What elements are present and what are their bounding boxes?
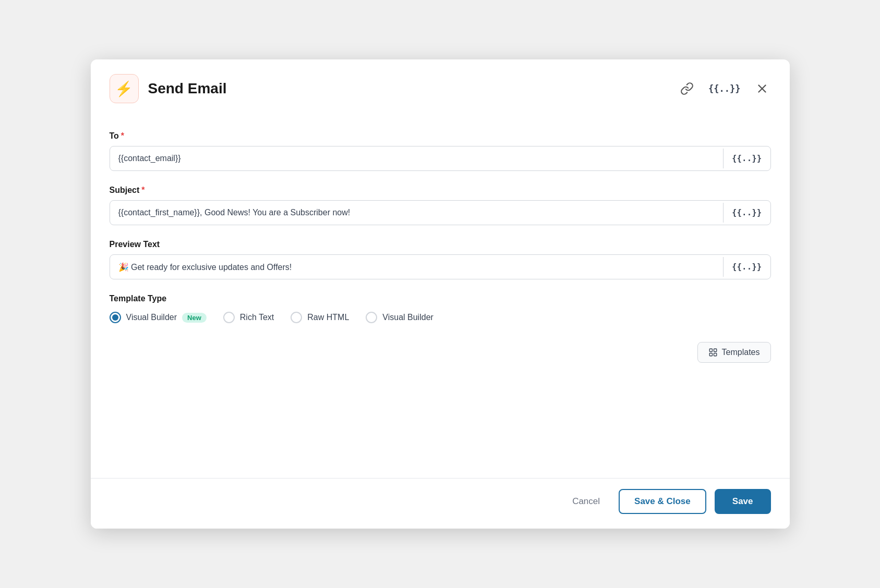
subject-required-star: * — [141, 186, 144, 195]
save-button[interactable]: Save — [715, 489, 771, 514]
svg-rect-4 — [709, 353, 712, 356]
template-type-section: Template Type Visual Builder New Rich Te… — [110, 294, 771, 323]
radio-circle-raw-html — [291, 312, 302, 323]
badge-new: New — [182, 313, 207, 323]
modal-footer: Cancel Save & Close Save — [91, 478, 790, 529]
preview-text-input[interactable] — [110, 255, 724, 279]
templates-button[interactable]: Templates — [697, 342, 771, 363]
subject-variable-button[interactable]: {{..}} — [723, 203, 770, 223]
svg-rect-5 — [714, 353, 716, 356]
cancel-button[interactable]: Cancel — [562, 490, 610, 513]
preview-text-variable-button[interactable]: {{..}} — [723, 257, 770, 277]
to-variable-button[interactable]: {{..}} — [723, 149, 770, 168]
to-input-wrapper: {{..}} — [110, 146, 771, 171]
radio-circle-rich-text — [223, 312, 235, 323]
radio-label-visual-builder-2: Visual Builder — [382, 313, 433, 322]
to-field-group: To * {{..}} — [110, 131, 771, 171]
template-type-label: Template Type — [110, 294, 771, 303]
variable-icon: {{..}} — [708, 83, 740, 94]
svg-rect-2 — [709, 349, 712, 351]
radio-option-visual-builder-2[interactable]: Visual Builder — [366, 312, 433, 323]
preview-text-var-icon: {{..}} — [732, 262, 762, 272]
subject-input[interactable] — [110, 201, 724, 225]
to-label: To * — [110, 131, 771, 141]
subject-label: Subject * — [110, 186, 771, 195]
preview-text-input-wrapper: {{..}} — [110, 254, 771, 279]
modal-body: To * {{..}} Subject * {{..}} — [91, 116, 790, 478]
radio-label-visual-builder: Visual Builder — [126, 313, 177, 322]
close-button[interactable] — [753, 80, 771, 97]
variable-icon-button[interactable]: {{..}} — [706, 81, 742, 96]
radio-option-rich-text[interactable]: Rich Text — [223, 312, 274, 323]
template-type-radio-group: Visual Builder New Rich Text Raw HTML — [110, 312, 771, 323]
modal-header: ⚡ Send Email {{..}} — [91, 59, 790, 116]
templates-area: Templates — [110, 336, 771, 367]
subject-input-wrapper: {{..}} — [110, 200, 771, 225]
send-email-modal: ⚡ Send Email {{..}} — [91, 59, 790, 529]
to-required-star: * — [121, 131, 124, 141]
save-close-button[interactable]: Save & Close — [619, 489, 706, 514]
to-var-icon: {{..}} — [732, 154, 762, 163]
lightning-icon-box: ⚡ — [110, 74, 139, 103]
lightning-icon: ⚡ — [115, 80, 133, 97]
preview-text-field-group: Preview Text {{..}} — [110, 240, 771, 279]
modal-title: Send Email — [148, 80, 679, 97]
svg-rect-3 — [714, 349, 716, 351]
preview-text-label: Preview Text — [110, 240, 771, 249]
subject-field-group: Subject * {{..}} — [110, 186, 771, 225]
radio-label-raw-html: Raw HTML — [307, 313, 349, 322]
radio-circle-visual-builder-2 — [366, 312, 377, 323]
link-icon-button[interactable] — [678, 80, 696, 97]
subject-var-icon: {{..}} — [732, 208, 762, 217]
radio-circle-visual-builder — [110, 312, 121, 323]
radio-option-raw-html[interactable]: Raw HTML — [291, 312, 349, 323]
radio-label-rich-text: Rich Text — [240, 313, 274, 322]
templates-icon — [708, 348, 718, 357]
templates-button-label: Templates — [722, 348, 760, 357]
to-input[interactable] — [110, 146, 724, 170]
header-actions: {{..}} — [678, 80, 770, 97]
radio-option-visual-builder[interactable]: Visual Builder New — [110, 312, 207, 323]
